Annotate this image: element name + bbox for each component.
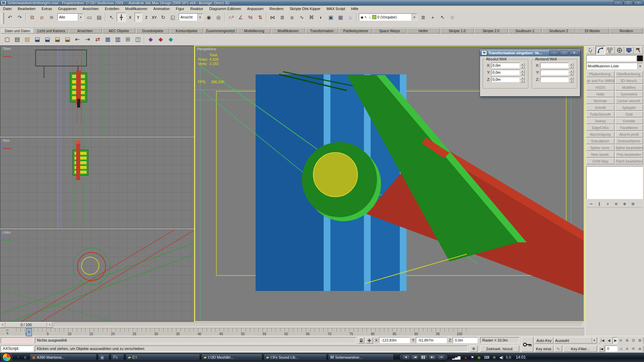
key-mode-icon[interactable]: ⇅ bbox=[6, 332, 9, 335]
shelf-tab-rendern[interactable]: Rendern bbox=[609, 28, 643, 34]
abs-z-field[interactable] bbox=[491, 77, 520, 82]
quick-launch-ie-icon[interactable]: e bbox=[22, 354, 28, 360]
modifier-button-edgechex[interactable]: EdgeChEx bbox=[586, 125, 614, 131]
shelf-tab-ansichten[interactable]: Ansichten bbox=[68, 28, 102, 34]
tray-signal-icon[interactable]: ▂▄▆ bbox=[452, 354, 461, 360]
use-pivot-center-icon[interactable]: ◉ bbox=[204, 13, 213, 22]
menu-item-modifikatoren[interactable]: Modifikatoren bbox=[122, 6, 150, 11]
open-file-icon[interactable]: ▤ bbox=[12, 35, 22, 44]
menu-item-max-script[interactable]: MAX Script bbox=[323, 6, 348, 11]
save-plus-icon[interactable]: ⬓ bbox=[43, 35, 52, 44]
schematic-view-icon[interactable]: ⌘ bbox=[307, 13, 316, 22]
quick-launch-1-icon[interactable]: ◔ bbox=[15, 354, 21, 360]
task-folder-c[interactable]: ▰C:\ bbox=[125, 354, 200, 361]
offset-x-spinner[interactable]: ▲▼ bbox=[569, 63, 574, 68]
gem-teal-icon[interactable]: ◆ bbox=[166, 35, 175, 44]
unlink-icon[interactable]: ⧄ bbox=[37, 13, 46, 22]
tray-input-icon[interactable]: ⌨ bbox=[484, 354, 489, 360]
offset-z-field[interactable] bbox=[540, 77, 569, 82]
selection-region-icon[interactable]: ▭ bbox=[85, 13, 94, 22]
undo-icon[interactable]: ↶ bbox=[5, 13, 14, 22]
redo-icon[interactable]: ↷ bbox=[15, 13, 24, 22]
shelf-tab-partikelsysteme[interactable]: Partikelsysteme bbox=[339, 28, 372, 34]
tray-nvidia-icon[interactable]: ◉ bbox=[477, 354, 481, 360]
menu-item-diagramm-editoren[interactable]: Diagramm Editoren bbox=[206, 6, 244, 11]
asset-browser-icon[interactable]: ▦ bbox=[103, 35, 112, 44]
selection-set-dropdown[interactable]: Auswahl ▼ bbox=[554, 337, 597, 344]
angle-snap-icon[interactable]: ∠ bbox=[236, 13, 245, 22]
zoom-extents-icon[interactable]: ⊡ bbox=[630, 337, 637, 344]
offset-y-field[interactable] bbox=[540, 70, 569, 75]
absolute-offset-toggle[interactable] bbox=[366, 337, 373, 344]
menu-item-ansichten[interactable]: Ansichten bbox=[79, 6, 102, 11]
menu-item-animation[interactable]: Animation bbox=[150, 6, 173, 11]
dialog-title-bar[interactable]: M Transformation eingeben: Ve... –□X bbox=[480, 49, 580, 56]
select-rotate-icon[interactable]: ↻ bbox=[159, 13, 168, 22]
xref-icon[interactable]: ⇄ bbox=[93, 35, 102, 44]
maximize-button[interactable]: □ bbox=[624, 0, 633, 5]
shelf-tab-zusammengesetzt[interactable]: Zusammengesetzt bbox=[204, 28, 237, 34]
menu-item-anpassen[interactable]: Anpassen bbox=[244, 6, 267, 11]
tray-graphics-icon[interactable]: ▲ bbox=[464, 354, 468, 360]
tray-volume-icon[interactable]: ◀) bbox=[499, 354, 503, 360]
zoom-icon[interactable]: ⊙ bbox=[618, 337, 624, 344]
menu-item-rendern[interactable]: Rendern bbox=[267, 6, 287, 11]
modifier-button-glatt[interactable]: Glatt bbox=[615, 111, 643, 117]
axis-constraint-button-x[interactable]: X bbox=[126, 13, 134, 22]
close-button[interactable]: × bbox=[634, 0, 643, 5]
communicator-icon-button[interactable]: ⊛ bbox=[470, 346, 478, 352]
use-selection-center-icon[interactable]: ◎ bbox=[214, 13, 223, 22]
layer-list-icon[interactable]: ≣ bbox=[419, 13, 428, 22]
shelf-tab-transformation[interactable]: Transformation bbox=[305, 28, 339, 34]
modifier-button-abschr-profil[interactable]: Abschr.profil bbox=[615, 131, 643, 137]
previous-frame-arrow[interactable]: ‹ bbox=[0, 322, 5, 328]
render-setup-icon[interactable]: ▣ bbox=[326, 13, 335, 22]
axis-constraint-button-xy[interactable]: XY bbox=[151, 13, 158, 22]
modifier-button-facettieren[interactable]: Facettieren bbox=[615, 125, 643, 131]
show-end-result-icon[interactable]: ⋎ bbox=[604, 201, 611, 207]
task-folder-fxsound[interactable]: ▰I:\Fx Sound Lib... bbox=[264, 354, 327, 361]
menu-item-erstellen[interactable]: Erstellen bbox=[102, 6, 122, 11]
shelf-tab-di-master[interactable]: DI Master bbox=[576, 28, 609, 34]
coord-y-field[interactable]: -51,897m bbox=[416, 337, 447, 343]
open-minicurve-icon[interactable]: ▭ bbox=[6, 328, 9, 332]
auto-key-button[interactable]: Auto-Key bbox=[535, 337, 553, 344]
maxscript-listener-label[interactable]: AXScript. bbox=[1, 346, 34, 352]
abs-z-spinner[interactable]: ▲▼ bbox=[520, 77, 525, 82]
modifier-button-oberflverformg[interactable]: Oberflverformg. bbox=[615, 71, 643, 77]
viewport-top[interactable]: Oben y x bbox=[0, 46, 194, 137]
object-table-icon[interactable]: ⊞ bbox=[123, 35, 132, 44]
modifier-button-schnitt[interactable]: Schnitt bbox=[586, 105, 614, 111]
abs-y-spinner[interactable]: ▲▼ bbox=[520, 70, 525, 75]
import-icon[interactable]: ⇤ bbox=[73, 35, 82, 44]
dialog-minimize-button[interactable]: – bbox=[549, 50, 559, 55]
snap-toggle-icon[interactable]: ∩³ bbox=[226, 13, 235, 22]
modifier-button-patch-bearbeiten[interactable]: Patch bearbeiten bbox=[615, 158, 643, 164]
layer-dropdown[interactable]: ◉↖♨ 0 (Vorgabe) ▼ bbox=[359, 13, 417, 21]
modifier-button-poly-bearbeiten[interactable]: Poly bearbeiten bbox=[615, 152, 643, 158]
menu-item-extras[interactable]: Extras bbox=[39, 6, 55, 11]
viewport-left[interactable]: Links z y bbox=[0, 229, 194, 322]
shelf-tab-soulbourn-1[interactable]: Soulbourn 1 bbox=[508, 28, 542, 34]
tab-hierarchy[interactable] bbox=[605, 46, 614, 54]
remove-modifier-icon[interactable]: ⊗ bbox=[621, 201, 628, 207]
select-move-icon[interactable]: ╋ bbox=[117, 13, 126, 22]
object-color-swatch[interactable] bbox=[637, 55, 643, 61]
shelf-tab-modellierung[interactable]: Modellierung bbox=[237, 28, 271, 34]
viewport-label[interactable]: Perspektive bbox=[197, 47, 216, 51]
spinner-snap-icon[interactable]: ⇅ bbox=[256, 13, 265, 22]
go-to-start-button[interactable]: |◀ bbox=[599, 337, 605, 344]
selection-lock-toggle[interactable] bbox=[358, 337, 364, 344]
modifier-button-normale[interactable]: Normale bbox=[586, 98, 614, 104]
go-to-start-button2[interactable]: |◀ bbox=[598, 346, 604, 352]
hold-fetch-icon[interactable]: ⬓ bbox=[63, 35, 72, 44]
orbit-icon[interactable]: ⟳ bbox=[630, 346, 637, 352]
axis-constraint-button-z[interactable]: Z bbox=[143, 13, 150, 22]
pin-stack-icon[interactable]: ⊸ bbox=[588, 201, 594, 207]
next-frame-arrow[interactable]: › bbox=[47, 322, 52, 328]
configure-modifier-sets-icon[interactable]: ⊞ bbox=[630, 201, 636, 207]
lock-stack-icon[interactable]: ∥ bbox=[596, 201, 603, 207]
zoom-extents-all-icon[interactable]: ⊞ bbox=[637, 337, 643, 344]
menu-item-skripte-dirk-kipper[interactable]: Skripte Dirk Kipper bbox=[287, 6, 324, 11]
time-slider[interactable]: ▭⇅ 0510152025303540455055606570758085909… bbox=[0, 328, 584, 337]
